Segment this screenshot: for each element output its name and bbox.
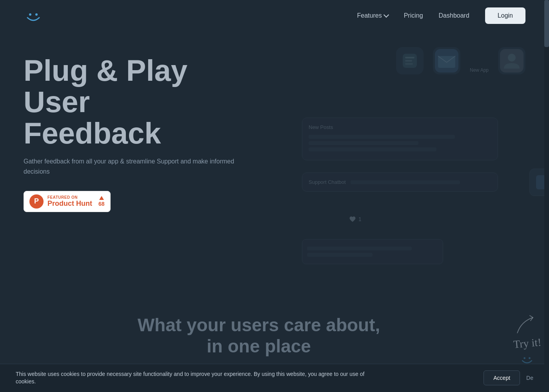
bg-dashboard-mockup: New App New Posts Support Chatbot [271,47,549,290]
decline-link[interactable]: De [526,375,533,381]
app-icon-user [498,47,525,74]
svg-point-1 [35,13,38,16]
ph-upvote-count: 68 [98,196,105,207]
cookie-text: This website uses cookies to provide nec… [16,370,369,386]
try-it-label: Try it! [513,336,542,351]
ph-logo-icon: P [29,194,44,209]
nav-dashboard[interactable]: Dashboard [439,12,469,19]
svg-point-9 [508,54,516,62]
scrollbar[interactable] [544,0,549,392]
nav-pricing[interactable]: Pricing [404,12,423,19]
svg-point-11 [529,357,531,359]
ph-arrow-icon [99,196,104,200]
section-heading: What your users care about, in one place [0,314,518,357]
scrollbar-thumb[interactable] [544,0,549,47]
cookie-actions: Accept De [484,370,533,385]
nav-links: Features Pricing Dashboard Login [357,7,525,24]
app-icon-mail [433,47,460,74]
chevron-down-icon [384,12,389,18]
section-heading-text: What your users care about, in one place [0,314,518,357]
ph-product-name: Product Hunt [47,200,92,208]
reaction-row: 1 [349,216,362,223]
cookie-banner: This website uses cookies to provide nec… [0,364,549,392]
svg-rect-5 [405,63,413,65]
new-posts-panel: New Posts [302,118,498,160]
accept-button[interactable]: Accept [484,370,520,385]
new-posts-label: New Posts [309,124,491,130]
new-app-label: New App [470,67,489,73]
chatbot-label: Support Chatbot [309,179,346,185]
svg-rect-4 [405,60,412,62]
navbar: Features Pricing Dashboard Login [0,0,549,31]
ph-text-block: FEATURED ON Product Hunt [47,195,92,208]
support-chatbot-panel: Support Chatbot [302,172,498,192]
svg-point-0 [29,13,31,16]
app-icon-1 [396,47,424,74]
ph-featured-label: FEATURED ON [47,195,92,200]
nav-features[interactable]: Features [357,12,388,19]
product-hunt-badge[interactable]: P FEATURED ON Product Hunt 68 [24,191,111,212]
ph-number: 68 [98,201,105,207]
svg-point-10 [524,357,526,359]
svg-rect-3 [405,57,414,58]
hero-title: Plug & Play User Feedback [24,55,235,149]
hero-subtitle: Gather feedback from all your app & stre… [24,156,235,176]
try-widget[interactable]: Try it! [513,314,541,368]
hero-section: New App New Posts Support Chatbot [0,31,549,368]
login-button[interactable]: Login [485,7,525,24]
hero-text: Plug & Play User Feedback Gather feedbac… [24,55,235,228]
logo[interactable] [24,6,43,25]
bottom-panel [302,239,443,264]
app-icons-row: New App [396,47,525,74]
